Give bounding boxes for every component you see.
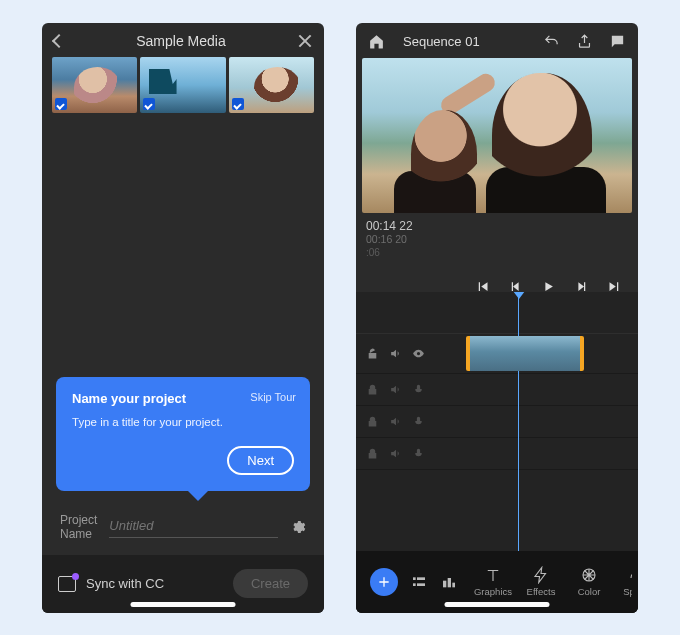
svg-rect-1 bbox=[417, 577, 425, 580]
screen-new-project: Sample Media Name your project Skip Tour… bbox=[42, 23, 324, 613]
timecode-total: 00:16 20 bbox=[366, 233, 413, 245]
track-controls bbox=[356, 415, 428, 428]
color-wheel-icon bbox=[580, 566, 598, 584]
unlock-icon[interactable] bbox=[366, 347, 379, 360]
selected-check-icon bbox=[232, 98, 244, 110]
layout-bars-icon[interactable] bbox=[440, 574, 458, 590]
tab-graphics[interactable]: Graphics bbox=[470, 566, 516, 597]
tab-speed[interactable]: Speed bbox=[614, 566, 632, 597]
mic-icon[interactable] bbox=[412, 383, 425, 396]
selected-check-icon bbox=[143, 98, 155, 110]
audio-track[interactable] bbox=[356, 374, 638, 406]
svg-rect-6 bbox=[452, 582, 455, 587]
audio-track[interactable] bbox=[356, 438, 638, 470]
lock-icon[interactable] bbox=[366, 415, 379, 428]
track-controls bbox=[356, 347, 428, 360]
bolt-icon bbox=[532, 566, 550, 584]
project-name-row: Project Name bbox=[42, 491, 324, 545]
ruler-mark: :06 bbox=[356, 247, 638, 262]
header-bar: Sample Media bbox=[42, 23, 324, 57]
svg-rect-2 bbox=[413, 583, 416, 586]
svg-rect-3 bbox=[417, 583, 425, 586]
next-button[interactable]: Next bbox=[227, 446, 294, 475]
tab-effects[interactable]: Effects bbox=[518, 566, 564, 597]
audio-on-icon[interactable] bbox=[389, 415, 402, 428]
home-indicator[interactable] bbox=[131, 602, 236, 607]
track-controls bbox=[356, 383, 428, 396]
share-icon[interactable] bbox=[576, 33, 593, 50]
home-indicator[interactable] bbox=[445, 602, 550, 607]
timecode-current: 00:14 22 bbox=[366, 219, 413, 233]
layout-list-icon[interactable] bbox=[410, 574, 428, 590]
layout-mode-group bbox=[410, 574, 458, 590]
sync-label: Sync with CC bbox=[86, 576, 164, 591]
mic-icon[interactable] bbox=[412, 415, 425, 428]
media-thumbnail[interactable] bbox=[140, 57, 225, 113]
video-track[interactable] bbox=[356, 334, 638, 374]
audio-on-icon[interactable] bbox=[389, 447, 402, 460]
video-preview[interactable] bbox=[362, 58, 632, 213]
tool-tabs: Graphics Effects Color Speed bbox=[470, 566, 632, 597]
media-thumbnail[interactable] bbox=[229, 57, 314, 113]
settings-gear-icon[interactable] bbox=[290, 519, 306, 535]
project-name-input[interactable] bbox=[109, 516, 278, 538]
media-thumbnail[interactable] bbox=[52, 57, 137, 113]
audio-on-icon[interactable] bbox=[389, 347, 402, 360]
track-empty bbox=[356, 292, 638, 334]
sequence-title[interactable]: Sequence 01 bbox=[403, 34, 531, 49]
home-icon[interactable] bbox=[368, 33, 385, 50]
editor-header: Sequence 01 bbox=[356, 23, 638, 58]
svg-rect-4 bbox=[443, 580, 446, 587]
tooltip-body: Type in a title for your project. bbox=[72, 416, 294, 428]
audio-on-icon[interactable] bbox=[389, 383, 402, 396]
create-button[interactable]: Create bbox=[233, 569, 308, 598]
track-controls bbox=[356, 447, 428, 460]
timecode-row: 00:14 22 00:16 20 bbox=[356, 213, 638, 247]
cloud-sync-icon bbox=[58, 576, 76, 592]
selected-check-icon bbox=[55, 98, 67, 110]
header-title: Sample Media bbox=[64, 33, 298, 49]
svg-rect-0 bbox=[413, 577, 416, 580]
add-media-button[interactable] bbox=[370, 568, 398, 596]
media-thumbnail-row bbox=[42, 57, 324, 123]
sync-toggle[interactable]: Sync with CC bbox=[58, 576, 164, 592]
close-icon[interactable] bbox=[298, 34, 312, 48]
tab-color[interactable]: Color bbox=[566, 566, 612, 597]
gauge-icon bbox=[628, 566, 632, 584]
visibility-icon[interactable] bbox=[412, 347, 425, 360]
skip-tour-link[interactable]: Skip Tour bbox=[250, 391, 296, 403]
lock-icon[interactable] bbox=[366, 383, 379, 396]
audio-track[interactable] bbox=[356, 406, 638, 438]
project-name-label: Project Name bbox=[60, 513, 97, 541]
comment-icon[interactable] bbox=[609, 33, 626, 50]
video-clip[interactable] bbox=[466, 336, 584, 371]
screen-editor: Sequence 01 00:14 22 00:16 20 :06 bbox=[356, 23, 638, 613]
lock-icon[interactable] bbox=[366, 447, 379, 460]
undo-icon[interactable] bbox=[543, 33, 560, 50]
onboarding-tooltip: Name your project Skip Tour Type in a ti… bbox=[56, 377, 310, 491]
svg-rect-5 bbox=[448, 578, 451, 587]
mic-icon[interactable] bbox=[412, 447, 425, 460]
text-icon bbox=[484, 566, 502, 584]
